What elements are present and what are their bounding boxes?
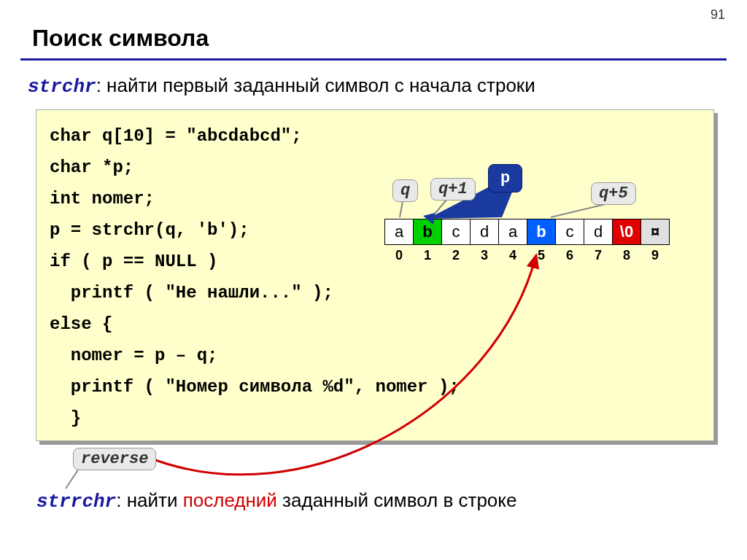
code-line: char *p;: [50, 158, 133, 177]
code-line: printf ( "Не нашли..." );: [50, 283, 333, 303]
slide-title: Поиск символа: [32, 25, 209, 52]
idx: 3: [470, 248, 499, 263]
footer-after: заданный символ в строке: [277, 489, 517, 511]
code-line: char q[10] = "abcdabcd";: [50, 126, 302, 146]
array-indices: 0 1 2 3 4 5 6 7 8 9: [385, 248, 670, 263]
code-line: printf ( "Номер символа %d", nomer );: [50, 377, 460, 397]
page-number: 91: [711, 7, 725, 23]
idx: 1: [413, 248, 442, 263]
callout-p: p: [488, 164, 522, 192]
subtitle-text: : найти первый заданный символ c начала …: [96, 74, 535, 96]
callout-q5: q+5: [591, 182, 636, 205]
footer-before: : найти: [116, 489, 182, 511]
cell: ¤: [640, 219, 670, 245]
array-cells: a b c d a b c d \0 ¤: [385, 219, 670, 245]
cell: c: [441, 219, 471, 245]
cell: d: [470, 219, 499, 245]
subtitle: strchr: найти первый заданный символ c н…: [28, 74, 535, 98]
cell: a: [384, 219, 414, 245]
idx: 6: [555, 248, 584, 263]
code-line: nomer = p – q;: [50, 346, 217, 365]
code-line: if ( p == NULL ): [50, 252, 217, 271]
callout-reverse: reverse: [73, 448, 156, 470]
footer-red: последний: [183, 489, 277, 511]
cell: c: [555, 219, 584, 245]
callout-q: q: [392, 179, 418, 202]
idx: 0: [384, 248, 414, 263]
code-line: p = strchr(q, 'b');: [50, 220, 249, 240]
idx: 8: [612, 248, 641, 263]
cell: b: [527, 219, 556, 245]
title-underline: [20, 58, 727, 61]
idx: 9: [640, 248, 670, 263]
idx: 5: [527, 248, 556, 263]
cell: \0: [612, 219, 641, 245]
code-line: else {: [50, 314, 112, 334]
idx: 2: [441, 248, 471, 263]
cell: d: [584, 219, 613, 245]
strrchr-keyword: strrchr: [36, 491, 116, 513]
idx: 7: [584, 248, 613, 263]
callout-q1: q+1: [430, 178, 476, 201]
idx: 4: [498, 248, 527, 263]
cell: b: [413, 219, 442, 245]
footer-line: strrchr: найти последний заданный символ…: [36, 489, 516, 513]
strchr-keyword: strchr: [28, 76, 96, 98]
code-block: char q[10] = "abcdabcd"; char *p; int no…: [36, 109, 714, 441]
code-line: int nomer;: [50, 189, 155, 209]
code-line: }: [50, 408, 81, 428]
cell: a: [498, 219, 527, 245]
